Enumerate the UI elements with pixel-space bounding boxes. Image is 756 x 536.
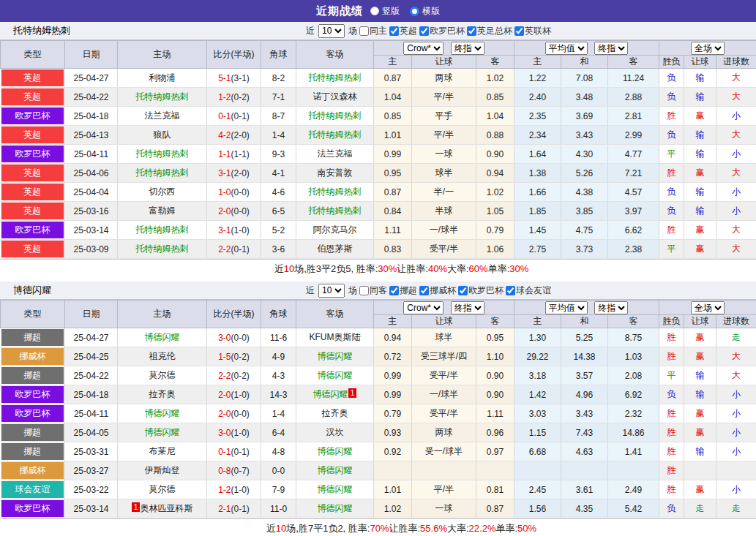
away-team[interactable]: 拉齐奥 [296, 404, 374, 423]
result-outcome: 胜 [659, 423, 684, 442]
same-host-option[interactable]: 同主 [359, 25, 387, 37]
home-team[interactable]: 拉齐奥 [118, 385, 207, 404]
home-team[interactable]: 博德闪耀 [118, 423, 207, 442]
away-team[interactable]: 博德闪耀 [296, 366, 374, 385]
fulltime-select[interactable]: 全场 [691, 301, 725, 314]
home-team[interactable]: 托特纳姆热刺 [118, 145, 207, 164]
away-team[interactable]: KFUM奥斯陆 [296, 328, 374, 347]
league-checkbox[interactable] [458, 286, 468, 295]
home-team[interactable]: 法兰克福 [118, 107, 207, 126]
type-cell: 挪超 [1, 366, 65, 385]
league-option[interactable]: 挪威杯 [419, 284, 456, 297]
sub-handicap-result: 让球 [684, 56, 716, 69]
fulltime-select[interactable]: 全场 [691, 42, 725, 55]
radio-horizontal-layout[interactable]: 横版 [410, 5, 440, 18]
home-team[interactable]: 莫尔德 [118, 480, 207, 499]
home-team[interactable]: 托特纳姆热刺 [118, 240, 207, 259]
league-option[interactable]: 欧罗巴杯 [458, 284, 504, 297]
home-team[interactable]: 博德闪耀 [118, 404, 207, 423]
same-away-option[interactable]: 同客 [359, 284, 387, 297]
away-team[interactable]: 诺丁汉森林 [296, 88, 374, 107]
home-team[interactable]: 切尔西 [118, 183, 207, 202]
away-team[interactable]: 博德闪耀 [296, 347, 374, 366]
avg-home-odds: 2.40 [514, 88, 561, 107]
same-host-checkbox[interactable] [359, 26, 369, 36]
away-team[interactable]: 博德闪耀 [296, 480, 374, 499]
result-outcome: 负 [659, 69, 684, 88]
handicap-away-odds: 1.06 [476, 240, 514, 259]
league-option[interactable]: 英足总杯 [467, 25, 512, 37]
league-checkbox[interactable] [419, 26, 429, 36]
final-odds-select[interactable]: 终指 [451, 301, 484, 314]
final-odds-select[interactable]: 终指 [451, 42, 484, 55]
bookmaker-select[interactable]: Crow* [403, 301, 444, 314]
home-team[interactable]: 托特纳姆热刺 [118, 164, 207, 183]
away-team[interactable]: 托特纳姆热刺 [296, 183, 374, 202]
away-team[interactable]: 托特纳姆热刺 [296, 126, 374, 145]
league-checkbox[interactable] [389, 286, 399, 295]
match-score: 3-0(1-0) [207, 423, 261, 442]
league-checkbox[interactable] [506, 286, 515, 295]
league-checkbox[interactable] [389, 26, 399, 36]
result-goals: 大 [716, 347, 756, 366]
handicap-home-odds: 0.93 [374, 423, 412, 442]
radio-horizontal-icon[interactable] [410, 7, 419, 16]
away-team[interactable]: 伯恩茅斯 [296, 240, 374, 259]
away-team[interactable]: 南安普敦 [296, 164, 374, 183]
home-team[interactable]: 祖克伦 [118, 347, 207, 366]
avg-draw-odds: 3.61 [561, 480, 608, 499]
away-team[interactable]: 博德闪耀 [296, 461, 374, 480]
type-cell: 挪超 [1, 423, 65, 442]
average-select[interactable]: 平均值 [545, 42, 588, 55]
result-goals: 大 [716, 88, 756, 107]
home-team[interactable]: 狼队 [118, 126, 207, 145]
match-count-select[interactable]: 10 [318, 24, 345, 38]
col-type: 类型 [1, 301, 65, 328]
home-team[interactable]: 富勒姆 [118, 202, 207, 221]
home-team[interactable]: 利物浦 [118, 69, 207, 88]
final-odds-select-2[interactable]: 终指 [594, 42, 628, 55]
avg-draw-odds: 3.73 [561, 240, 608, 259]
league-checkbox[interactable] [467, 26, 476, 36]
type-badge: 英超 [1, 69, 64, 86]
handicap-home-odds: 0.99 [374, 385, 412, 404]
radio-vertical-layout[interactable]: 竖版 [370, 5, 400, 18]
home-team[interactable]: 1奥林匹亚科斯 [118, 499, 207, 518]
same-away-checkbox[interactable] [359, 286, 369, 295]
match-count-select[interactable]: 10 [318, 284, 345, 298]
away-team[interactable]: 博德闪耀1 [296, 385, 374, 404]
home-team[interactable]: 布莱尼 [118, 442, 207, 461]
home-team[interactable]: 伊斯灿登 [118, 461, 207, 480]
home-team[interactable]: 博德闪耀 [118, 328, 207, 347]
result-outcome: 负 [659, 88, 684, 107]
away-team[interactable]: 法兰克福 [296, 145, 374, 164]
league-option[interactable]: 英联杯 [514, 25, 551, 37]
corner-score: 11-6 [261, 328, 296, 347]
average-select[interactable]: 平均值 [545, 301, 588, 314]
match-score: 0-1(0-1) [207, 107, 261, 126]
final-odds-select-2[interactable]: 终指 [594, 301, 628, 314]
radio-vertical-icon[interactable] [370, 7, 379, 15]
away-team[interactable]: 托特纳姆热刺 [296, 202, 374, 221]
away-team[interactable]: 托特纳姆热刺 [296, 69, 374, 88]
away-team[interactable]: 阿尔克马尔 [296, 221, 374, 240]
league-option[interactable]: 英超 [389, 25, 417, 37]
league-option[interactable]: 挪超 [389, 284, 417, 297]
away-team[interactable]: 托特纳姆热刺 [296, 107, 374, 126]
avg-home-odds: 1.22 [514, 69, 561, 88]
league-checkbox[interactable] [514, 26, 524, 36]
corner-score: 4-3 [261, 366, 296, 385]
home-team[interactable]: 莫尔德 [118, 366, 207, 385]
away-team[interactable]: 博德闪耀 [296, 499, 374, 518]
bookmaker-select[interactable]: Crow* [403, 42, 444, 55]
league-option[interactable]: 球会友谊 [506, 284, 551, 297]
home-team[interactable]: 托特纳姆热刺 [118, 88, 207, 107]
avg-home-odds: 1.30 [514, 328, 561, 347]
league-option[interactable]: 欧罗巴杯 [419, 25, 465, 37]
away-team[interactable]: 汉坎 [296, 423, 374, 442]
away-team[interactable]: 博德闪耀 [296, 442, 374, 461]
sub-handicap: 让球 [412, 56, 476, 69]
home-team[interactable]: 托特纳姆热刺 [118, 221, 207, 240]
match-date: 25-03-22 [65, 480, 118, 499]
league-checkbox[interactable] [419, 286, 429, 295]
